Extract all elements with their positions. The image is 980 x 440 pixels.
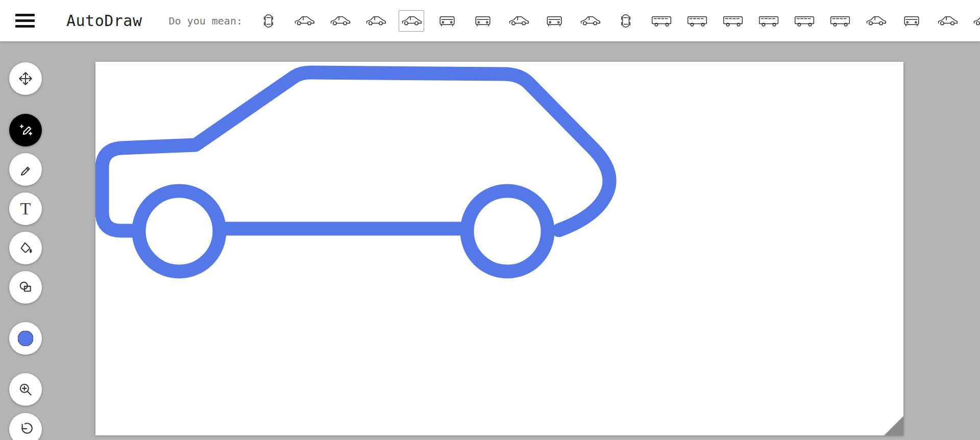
police-car-icon <box>543 13 566 29</box>
beetle-icon <box>364 13 387 29</box>
suggestion-taxi[interactable] <box>899 10 924 32</box>
sports-car-icon <box>329 13 351 29</box>
suggestion-formula-one-car[interactable] <box>256 10 281 32</box>
suggestion-sedan[interactable] <box>399 10 424 32</box>
suggestion-school-bus[interactable] <box>756 10 781 32</box>
suggest-label: Do you mean: <box>169 15 243 27</box>
car-right-wheel <box>467 191 548 272</box>
undo-icon <box>18 422 33 437</box>
pencil-icon <box>18 162 33 177</box>
suggestion-tow-truck[interactable] <box>792 10 817 32</box>
menu-button[interactable] <box>15 9 40 33</box>
school-bus-icon <box>757 13 780 29</box>
car-left-wheel <box>139 191 219 272</box>
suggestion-coupe[interactable] <box>506 10 531 32</box>
sedan-icon <box>400 13 423 29</box>
jeep-icon <box>972 13 980 29</box>
suggestion-police-car[interactable] <box>542 10 567 32</box>
coupe-icon <box>507 13 530 29</box>
topbar: AutoDraw Do you mean: <box>0 0 980 41</box>
race-car-icon <box>293 13 315 29</box>
type-tool-button[interactable]: T <box>9 192 42 225</box>
pickup-truck-icon <box>865 13 887 29</box>
suggestion-compact-car[interactable] <box>470 10 496 32</box>
formula-one-car-icon <box>257 13 280 29</box>
hamburger-icon <box>15 14 35 16</box>
tool-sidebar: T <box>9 62 42 440</box>
drawing-canvas[interactable] <box>95 62 903 435</box>
tow-truck-icon <box>793 13 816 29</box>
suggestion-station-wagon[interactable] <box>935 10 960 32</box>
autodraw-tool-button[interactable] <box>9 114 42 146</box>
color-tool-button[interactable] <box>9 322 42 355</box>
suggestion-bar <box>256 10 980 32</box>
fire-truck-icon <box>686 13 708 29</box>
shape-tool-button[interactable] <box>9 271 42 304</box>
car-drawing <box>95 62 903 435</box>
hatchback-icon <box>436 13 458 29</box>
ladder-truck-icon <box>722 13 744 29</box>
suggestion-semi-truck[interactable] <box>827 10 853 32</box>
taxi-icon <box>900 13 923 29</box>
suggestion-jeep[interactable] <box>970 10 980 32</box>
text-icon: T <box>20 200 31 217</box>
suggestion-city-bus[interactable] <box>649 10 674 32</box>
select-tool-button[interactable] <box>9 62 42 95</box>
canvas-resize-handle[interactable] <box>884 416 903 435</box>
zoom-tool-button[interactable] <box>9 373 42 406</box>
fill-tool-button[interactable] <box>9 232 42 264</box>
suggestion-sports-car[interactable] <box>327 10 353 32</box>
suggestion-convertible[interactable] <box>577 10 603 32</box>
car-top-view-icon <box>615 13 637 29</box>
suggestion-ladder-truck[interactable] <box>720 10 746 32</box>
draw-tool-button[interactable] <box>9 153 42 186</box>
city-bus-icon <box>650 13 673 29</box>
paint-bucket-icon <box>18 240 33 256</box>
move-icon <box>18 71 33 86</box>
shapes-icon <box>18 280 33 295</box>
suggestion-pickup-truck[interactable] <box>863 10 889 32</box>
magnifier-icon <box>18 382 33 397</box>
convertible-icon <box>579 13 601 29</box>
undo-button[interactable] <box>9 413 42 440</box>
suggestion-beetle[interactable] <box>363 10 388 32</box>
suggestion-fire-truck[interactable] <box>684 10 710 32</box>
station-wagon-icon <box>936 13 959 29</box>
suggestion-race-car[interactable] <box>291 10 317 32</box>
semi-truck-icon <box>829 13 851 29</box>
app-title: AutoDraw <box>66 12 142 30</box>
color-swatch <box>18 331 33 346</box>
compact-car-icon <box>472 13 494 29</box>
suggestion-car-top-view[interactable] <box>613 10 639 32</box>
suggestion-hatchback[interactable] <box>434 10 460 32</box>
magic-pencil-icon <box>18 123 33 138</box>
